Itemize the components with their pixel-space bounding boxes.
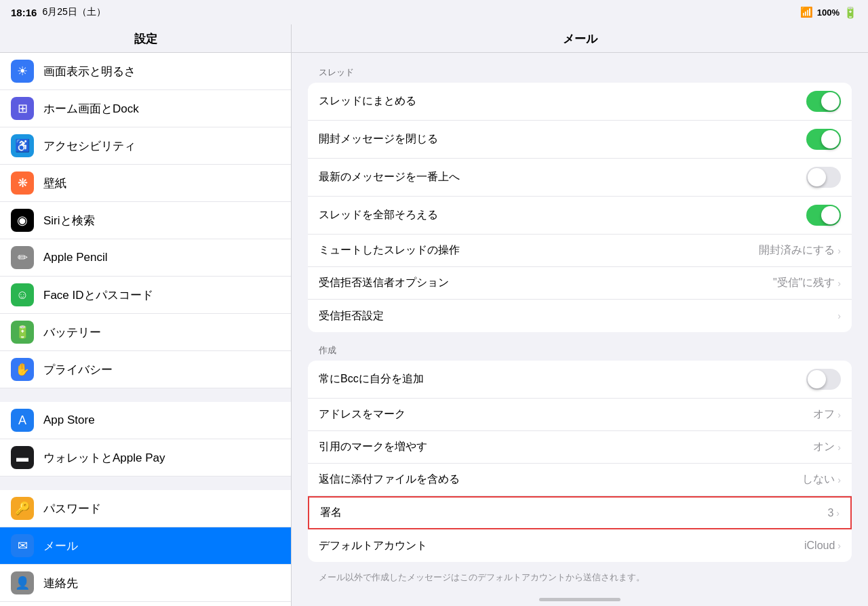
toggle-always-bcc[interactable] [806, 369, 841, 390]
toggle-thumb-thread-group [821, 92, 840, 110]
sidebar-item-privacy[interactable]: ✋プライバシー [0, 351, 291, 388]
row-label-newest-top: 最新のメッセージを一番上へ [319, 170, 460, 184]
faceid-icon: ☺ [11, 283, 34, 306]
settings-row-thread-align: スレッドを全部そろえる [308, 197, 852, 235]
toggle-thread-align[interactable] [806, 205, 841, 226]
chevron-icon-blocked-settings: › [837, 310, 841, 321]
row-label-mark-address: アドレスをマーク [319, 407, 406, 422]
separator-appstore [0, 388, 291, 402]
home-icon: ⊞ [11, 97, 34, 120]
sidebar-item-label-accessibility: アクセシビリティ [43, 138, 136, 154]
sidebar-item-label-pencil: Apple Pencil [43, 251, 108, 264]
row-value-text-muted-op: 開封済みにする [759, 243, 835, 258]
sidebar-item-password[interactable]: 🔑パスワード [0, 490, 291, 527]
status-time: 18:16 [11, 7, 37, 18]
main-layout: 設定 ☀画面表示と明るさ⊞ホーム画面とDock♿アクセシビリティ❋壁紙◉Siri… [0, 24, 868, 606]
sidebar-item-siri[interactable]: ◉Siriと検索 [0, 202, 291, 239]
sidebar-item-label-faceid: Face IDとパスコード [43, 287, 153, 303]
row-label-blocked-sender: 受信拒否送信者オプション [319, 276, 449, 290]
row-label-close-read: 開封メッセージを閉じる [319, 132, 438, 146]
row-label-blocked-settings: 受信拒否設定 [319, 309, 384, 323]
sidebar-item-label-appstore: App Store [43, 413, 95, 427]
row-label-thread-align: スレッドを全部そろえる [319, 208, 438, 222]
row-value-reply-attach: しない› [802, 472, 841, 487]
sidebar-item-contacts[interactable]: 👤連絡先 [0, 565, 291, 602]
settings-row-muted-op[interactable]: ミュートしたスレッドの操作開封済みにする› [308, 235, 852, 267]
row-value-blocked-settings: › [837, 310, 841, 321]
sidebar-item-label-mail: メール [43, 538, 78, 554]
settings-row-signature[interactable]: 署名3› [308, 496, 852, 529]
right-content: スレッドスレッドにまとめる開封メッセージを閉じる最新のメッセージを一番上へスレッ… [292, 53, 868, 592]
settings-row-mark-address[interactable]: アドレスをマークオフ› [308, 399, 852, 431]
row-label-quote-level: 引用のマークを増やす [319, 440, 427, 454]
toggle-thumb-always-bcc [808, 370, 826, 388]
row-value-quote-level: オン› [813, 440, 841, 454]
toggle-newest-top[interactable] [806, 167, 841, 188]
sidebar-item-display[interactable]: ☀画面表示と明るさ [0, 53, 291, 90]
sidebar-item-battery[interactable]: 🔋バッテリー [0, 314, 291, 351]
settings-row-quote-level[interactable]: 引用のマークを増やすオン› [308, 431, 852, 464]
sidebar-item-label-privacy: プライバシー [43, 362, 113, 378]
settings-row-blocked-settings[interactable]: 受信拒否設定› [308, 300, 852, 332]
battery-icon: 🔋 [11, 321, 34, 344]
sidebar-item-wallet[interactable]: ▬ウォレットとApple Pay [0, 439, 291, 477]
sidebar-title: 設定 [0, 24, 291, 53]
chevron-icon-muted-op: › [837, 245, 841, 256]
accessibility-icon: ♿ [11, 134, 34, 157]
toggle-thumb-close-read [821, 130, 840, 148]
row-value-signature: 3› [827, 507, 840, 519]
contacts-icon: 👤 [11, 571, 34, 594]
sidebar-item-label-home: ホーム画面とDock [43, 101, 139, 117]
sidebar-item-wallpaper[interactable]: ❋壁紙 [0, 165, 291, 202]
row-value-mark-address: オフ› [813, 407, 841, 422]
sidebar-item-label-battery: バッテリー [43, 325, 101, 340]
chevron-icon-blocked-sender: › [837, 278, 841, 289]
chevron-icon-default-account: › [837, 540, 841, 551]
row-label-default-account: デフォルトアカウント [319, 539, 427, 553]
toggle-thumb-thread-align [821, 206, 840, 224]
row-value-blocked-sender: "受信"に残す› [773, 276, 841, 290]
chevron-icon-quote-level: › [837, 442, 841, 453]
sidebar-item-calendar[interactable]: 📅カレンダー [0, 602, 291, 606]
privacy-icon: ✋ [11, 358, 34, 381]
row-label-reply-attach: 返信に添付ファイルを含める [319, 472, 460, 487]
row-value-muted-op: 開封済みにする› [759, 243, 841, 258]
separator-password [0, 477, 291, 490]
sidebar-item-mail[interactable]: ✉メール [0, 527, 291, 565]
sidebar-item-home[interactable]: ⊞ホーム画面とDock [0, 90, 291, 127]
chevron-icon-signature: › [836, 508, 840, 519]
appstore-icon: A [11, 409, 34, 432]
section-label-0: スレッド [308, 66, 852, 83]
sidebar-list: ☀画面表示と明るさ⊞ホーム画面とDock♿アクセシビリティ❋壁紙◉Siriと検索… [0, 53, 291, 606]
settings-row-default-account[interactable]: デフォルトアカウントiCloud› [308, 529, 852, 562]
display-icon: ☀ [11, 60, 34, 83]
row-value-text-mark-address: オフ [813, 407, 835, 422]
row-value-default-account: iCloud› [804, 540, 841, 552]
status-bar: 18:16 6月25日（土） 📶 100% 🔋 [0, 0, 868, 24]
sidebar-item-pencil[interactable]: ✏Apple Pencil [0, 239, 291, 277]
sidebar-item-faceid[interactable]: ☺Face IDとパスコード [0, 277, 291, 314]
settings-row-newest-top: 最新のメッセージを一番上へ [308, 159, 852, 197]
home-indicator [292, 592, 868, 606]
toggle-thread-group[interactable] [806, 91, 841, 112]
battery-icon: 🔋 [844, 6, 857, 19]
row-label-thread-group: スレッドにまとめる [319, 94, 416, 108]
settings-row-close-read: 開封メッセージを閉じる [308, 121, 852, 159]
section-label-1: 作成 [308, 344, 852, 361]
sidebar-item-accessibility[interactable]: ♿アクセシビリティ [0, 127, 291, 165]
settings-row-reply-attach[interactable]: 返信に添付ファイルを含めるしない› [308, 464, 852, 496]
right-panel: メール スレッドスレッドにまとめる開封メッセージを閉じる最新のメッセージを一番上… [292, 24, 868, 606]
home-bar [539, 598, 620, 601]
chevron-icon-reply-attach: › [837, 474, 841, 485]
row-value-text-default-account: iCloud [804, 540, 835, 552]
sidebar-item-appstore[interactable]: AApp Store [0, 402, 291, 439]
mail-icon: ✉ [11, 534, 34, 557]
row-value-text-signature: 3 [827, 507, 833, 519]
wallet-icon: ▬ [11, 446, 34, 469]
status-right: 📶 100% 🔋 [800, 6, 857, 19]
sidebar-item-label-display: 画面表示と明るさ [43, 64, 136, 79]
settings-row-blocked-sender[interactable]: 受信拒否送信者オプション"受信"に残す› [308, 267, 852, 300]
sidebar-item-label-wallpaper: 壁紙 [43, 176, 66, 191]
toggle-close-read[interactable] [806, 129, 841, 150]
settings-row-always-bcc: 常にBccに自分を追加 [308, 361, 852, 399]
